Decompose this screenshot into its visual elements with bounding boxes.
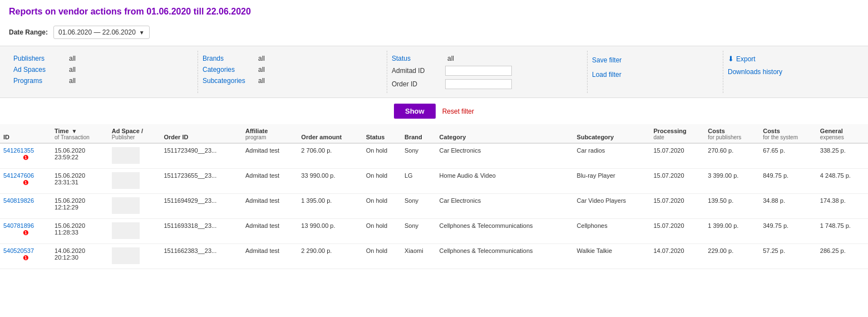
status-filter-link[interactable]: Status	[392, 55, 442, 62]
col-costs-pub: Costsfor publishers	[704, 124, 760, 143]
cell-affiliate: Admitad test	[242, 219, 298, 244]
publishers-filter-link[interactable]: Publishers	[13, 55, 63, 62]
col-costs-pub-sub: for publishers	[708, 134, 756, 140]
col-category: Category	[436, 124, 574, 143]
filter-col-export: ⬇ Export Downloads history	[723, 51, 859, 93]
filter-col-save-load: Save filter Load filter	[588, 51, 723, 93]
cell-time: 15.06.202023:31:31	[51, 169, 108, 194]
cell-status: On hold	[363, 219, 401, 244]
col-subcategory: Subcategory	[574, 124, 650, 143]
cell-brand: LG	[401, 169, 436, 194]
cell-processing: 15.07.2020	[650, 143, 704, 169]
ad-spaces-filter-link[interactable]: Ad Spaces	[13, 66, 63, 74]
error-icon: ❶	[3, 254, 48, 262]
filter-section: Publishers all Ad Spaces all Programs al…	[0, 46, 868, 98]
filter-col-status: Status all Admitad ID Order ID	[387, 51, 588, 93]
col-id-label: ID	[3, 134, 9, 140]
admitad-id-input[interactable]	[445, 66, 512, 76]
table-row: 540819826 15.06.202012:12:29 1511694929_…	[0, 194, 868, 219]
programs-filter-link[interactable]: Programs	[13, 77, 63, 85]
cell-subcategory: Cellphones	[574, 219, 650, 244]
cell-costs-sys: 34.88 р.	[760, 194, 817, 219]
col-orderamount-label: Order amount	[301, 134, 342, 140]
cell-processing: 15.07.2020	[650, 194, 704, 219]
col-time[interactable]: Time ▼of Transaction	[51, 124, 108, 143]
col-brand: Brand	[401, 124, 436, 143]
cell-orderamount: 1 395.00 р.	[298, 194, 362, 219]
status-filter-value: all	[447, 55, 454, 62]
id-link[interactable]: 540819826	[3, 197, 48, 204]
cell-category: Car Electronics	[436, 194, 574, 219]
export-label: Export	[736, 55, 756, 63]
date-range-value: 01.06.2020 — 22.06.2020	[58, 28, 136, 36]
cell-status: On hold	[363, 169, 401, 194]
date-range-label: Date Range:	[9, 28, 48, 36]
col-status: Status	[363, 124, 401, 143]
subcategories-filter-link[interactable]: Subcategories	[203, 77, 253, 85]
downloads-history-link[interactable]: Downloads history	[728, 66, 782, 77]
cell-costs-pub: 229.00 р.	[704, 244, 760, 269]
col-costs-sys-label: Costs	[763, 128, 780, 134]
reset-filter-link[interactable]: Reset filter	[442, 108, 474, 115]
show-row: Show Reset filter	[0, 98, 868, 124]
id-link[interactable]: 541261355	[3, 147, 48, 154]
cell-affiliate: Admitad test	[242, 169, 298, 194]
sort-arrow-icon: ▼	[72, 128, 77, 134]
cell-costs-sys: 849.75 р.	[760, 169, 817, 194]
cell-status: On hold	[363, 194, 401, 219]
data-table: ID Time ▼of Transaction Ad Space /Publis…	[0, 124, 868, 269]
cell-orderid: 1511723655__23...	[160, 169, 242, 194]
col-orderamount: Order amount	[298, 124, 362, 143]
col-category-label: Category	[440, 134, 466, 140]
id-link[interactable]: 540520537	[3, 247, 48, 254]
cell-time: 14.06.202020:12:30	[51, 244, 108, 269]
categories-filter-value: all	[258, 66, 265, 74]
order-id-input[interactable]	[445, 79, 512, 89]
cell-time: 15.06.202012:12:29	[51, 194, 108, 219]
filter-col-brands: Brands all Categories all Subcategories …	[198, 51, 387, 93]
col-costs-pub-label: Costs	[708, 128, 725, 134]
time-value: 14.06.202020:12:30	[55, 247, 85, 261]
cell-processing: 15.07.2020	[650, 219, 704, 244]
col-costs-sys: Costsfor the system	[760, 124, 817, 143]
time-value: 15.06.202023:59:22	[55, 147, 85, 160]
ad-space-image	[112, 147, 140, 164]
filter-col-publishers: Publishers all Ad Spaces all Programs al…	[9, 51, 198, 93]
cell-brand: Xiaomi	[401, 244, 436, 269]
cell-orderamount: 2 706.00 р.	[298, 143, 362, 169]
page-title: Reports on vendor actions from 01.06.202…	[9, 7, 859, 17]
cell-costs-pub: 270.60 р.	[704, 143, 760, 169]
cell-id: 540781896 ❶	[0, 219, 51, 244]
export-button[interactable]: ⬇ Export	[728, 55, 756, 63]
cell-time: 15.06.202023:59:22	[51, 143, 108, 169]
admitad-id-label: Admitad ID	[392, 67, 442, 75]
cell-orderid: 1511694929__23...	[160, 194, 242, 219]
ad-space-image	[112, 197, 140, 214]
col-orderid: Order ID	[160, 124, 242, 143]
cell-costs-sys: 57.25 р.	[760, 244, 817, 269]
categories-filter-link[interactable]: Categories	[203, 66, 253, 74]
col-brand-label: Brand	[405, 134, 422, 140]
ad-space-image	[112, 172, 140, 189]
cell-adspace	[108, 244, 161, 269]
table-row: 540781896 ❶ 15.06.202011:28:33 151169331…	[0, 219, 868, 244]
cell-subcategory: Blu-ray Player	[574, 169, 650, 194]
ad-spaces-filter-value: all	[69, 66, 76, 74]
cell-id: 541261355 ❶	[0, 143, 51, 169]
load-filter-link[interactable]: Load filter	[592, 69, 622, 80]
cell-adspace	[108, 219, 161, 244]
cell-category: Cellphones & Telecommunications	[436, 219, 574, 244]
time-value: 15.06.202012:12:29	[55, 197, 85, 211]
id-link[interactable]: 540781896	[3, 222, 48, 229]
col-processing-label: Processing	[653, 128, 686, 134]
brands-filter-link[interactable]: Brands	[203, 55, 253, 62]
date-range-picker[interactable]: 01.06.2020 — 22.06.2020 ▼	[53, 26, 150, 39]
cell-time: 15.06.202011:28:33	[51, 219, 108, 244]
show-button[interactable]: Show	[394, 104, 436, 119]
export-icon: ⬇	[728, 55, 734, 63]
save-filter-link[interactable]: Save filter	[592, 55, 622, 66]
table-row: 541261355 ❶ 15.06.202023:59:22 151172349…	[0, 143, 868, 169]
cell-category: Car Electronics	[436, 143, 574, 169]
id-link[interactable]: 541247606	[3, 172, 48, 179]
error-icon: ❶	[3, 229, 48, 237]
